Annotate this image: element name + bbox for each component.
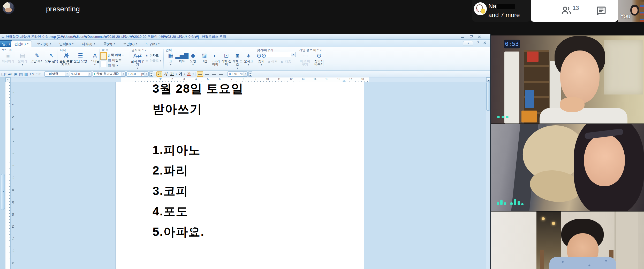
- quick-toolbar-button[interactable]: ▢ ▾: [1, 71, 7, 77]
- menu-tab[interactable]: 보안(R) ▾: [120, 40, 140, 47]
- cartoon-cheek: [476, 9, 478, 11]
- find-combobox[interactable]: ▾: [266, 52, 296, 57]
- chevron-down-icon[interactable]: ▾: [145, 72, 148, 76]
- ribbon-item[interactable]: ▤ 붙이기 ▾: [16, 52, 29, 66]
- line-spacing-combo[interactable]: ⇕ 160 % ▾: [228, 71, 248, 77]
- step-up-icon[interactable]: [149, 71, 153, 74]
- restore-button[interactable]: [468, 35, 474, 39]
- scrollbar-thumb[interactable]: [486, 82, 490, 111]
- participants-button[interactable]: 13: [561, 5, 579, 17]
- quick-toolbar-button[interactable]: ↶ ▾: [29, 71, 35, 77]
- align-left-button[interactable]: [204, 71, 210, 77]
- ribbon-small-item[interactable]: ∗ 한자로 ▾: [145, 53, 161, 58]
- font-color-button[interactable]: 가: [186, 71, 192, 77]
- document-page[interactable]: 3월 28일 토요일받아쓰기1.피아노2.파리3.코피4.포도5.아파요.: [116, 82, 364, 269]
- ribbon-small-item[interactable]: ▯ 쪽 여백 ▾: [108, 53, 124, 57]
- ribbon-small-item[interactable]: ∗ 한글로 ▾: [145, 59, 161, 63]
- participant-video-2[interactable]: [491, 124, 644, 211]
- help-button[interactable]: ?: [477, 41, 479, 45]
- quick-toolbar-button[interactable]: ↷ ▾: [35, 71, 41, 77]
- paragraph-style-combo[interactable]: ☰ 바탕글 ▾: [44, 71, 69, 77]
- char-style-combo[interactable]: ⇅ 대표 ▾: [70, 71, 92, 77]
- ribbon-item[interactable]: A 스타일 ▾: [88, 52, 102, 66]
- dropdown-caret: ▾: [123, 54, 124, 56]
- self-view-video[interactable]: You: [618, 0, 644, 22]
- step-up-icon[interactable]: [248, 71, 252, 74]
- menu-tab[interactable]: 서식(J) ▾: [79, 40, 98, 47]
- chevron-down-icon[interactable]: ▾: [88, 72, 92, 76]
- vertical-ruler[interactable]: 34567891011121314151617: [5, 82, 11, 269]
- ribbon-item[interactable]: ∗ 문자표 ▾: [243, 52, 254, 66]
- dropdown-caret[interactable]: ▾: [193, 73, 194, 75]
- ribbon-item[interactable]: ☰ 문단 모양 ▾: [74, 52, 87, 63]
- dropdown-caret[interactable]: ▾: [176, 73, 177, 75]
- align-justify-button[interactable]: [197, 71, 203, 77]
- ribbon-item[interactable]: ◙ 개체 보호 ▾: [232, 52, 243, 69]
- pinned-participant-tile[interactable]: Na and 7 more: [472, 0, 531, 22]
- window-title-bar[interactable]: 솜 한국학교 사랑반 온라인 수업.hwp [C:₩Users₩Jieun₩Do…: [0, 34, 490, 40]
- bold-button[interactable]: 가: [156, 71, 162, 77]
- ribbon-small-item[interactable]: ▦ 바탕쪽 ▾: [108, 58, 124, 62]
- dropdown-caret: ▾: [160, 60, 161, 62]
- menu-tab[interactable]: 쪽(W) ▾: [100, 40, 118, 47]
- quick-toolbar-button[interactable]: ▤ ▾: [19, 71, 23, 77]
- wall-clock-display: 0:53: [504, 40, 520, 48]
- ribbon-item[interactable]: A⇄ 글자 바꾸기 ▾: [131, 52, 144, 69]
- strikethrough-button[interactable]: 가: [178, 71, 183, 77]
- ribbon-item[interactable]: ▭ 바로 바꾸기 ▾: [299, 52, 312, 66]
- quick-toolbar-button[interactable]: ▣ ▾: [13, 71, 18, 77]
- step-down-icon[interactable]: [149, 74, 153, 77]
- font-size-stepper[interactable]: [149, 71, 153, 77]
- find-nav-button[interactable]: ◀ 이전: [267, 60, 277, 64]
- horizontal-ruler[interactable]: 123456789101112131415161718: [5, 77, 490, 82]
- ruler-number: 4: [2, 102, 14, 107]
- ribbon-small-item[interactable]: ▥ 단 ▾: [108, 63, 124, 68]
- ribbon-item[interactable]: ✎ 모양 복사 ▾: [30, 52, 44, 63]
- ribbon-item[interactable]: ▣ 복사하기 ▾: [1, 52, 15, 63]
- ribbon-item[interactable]: ▨ 그림 ▾: [199, 52, 210, 63]
- ribbon-item[interactable]: ⊙⊙ 찾기 ▾: [256, 52, 266, 66]
- participant-video-1[interactable]: 0:53: [491, 35, 644, 123]
- quick-toolbar-button[interactable]: ▰ ▾: [7, 71, 13, 77]
- chevron-down-icon[interactable]: ▾: [65, 72, 69, 76]
- ribbon-item[interactable]: ⊡ 개체 선택 ▾: [221, 52, 232, 66]
- font-size-combo[interactable]: ↕ 29.0 pt ▾: [126, 71, 149, 77]
- chevron-down-icon[interactable]: ▾: [122, 72, 125, 76]
- scroll-up-button[interactable]: [486, 77, 490, 82]
- participant-video-3[interactable]: [491, 212, 644, 269]
- menu-tab[interactable]: 도구(K) ▾: [142, 40, 163, 47]
- ribbon-item[interactable]: 가 글자 모양 ▾: [59, 52, 73, 63]
- page-layout-icon[interactable]: [101, 53, 106, 60]
- ribbon-item[interactable]: ▂▅▇ 차트 ▾: [176, 52, 187, 63]
- minimize-button[interactable]: [459, 35, 466, 39]
- document-close-button[interactable]: [483, 41, 487, 44]
- underline-button[interactable]: 가: [169, 71, 175, 77]
- align-right-button[interactable]: [218, 71, 224, 77]
- find-nav-button[interactable]: ▶ 다음: [281, 60, 291, 64]
- menu-tab[interactable]: 보기(U) ▾: [34, 40, 54, 47]
- chat-button[interactable]: [595, 5, 608, 17]
- menu-tab[interactable]: 편집(E) ▾: [11, 40, 32, 47]
- quick-toolbar-button[interactable]: ▥ ▾: [24, 71, 28, 77]
- ribbon-item[interactable]: ◆ 도형 ▾: [187, 52, 199, 66]
- dropdown-caret[interactable]: ▾: [184, 73, 185, 75]
- step-down-icon[interactable]: [248, 74, 252, 77]
- ribbon-item[interactable]: ▦ 표 ▾: [165, 52, 176, 66]
- font-family-combo[interactable]: T 한컴 윤고딕 250 ▾: [93, 71, 126, 77]
- italic-button[interactable]: 가: [163, 71, 169, 77]
- ribbon-collapse-button[interactable]: ∧: [463, 41, 473, 46]
- chevron-down-icon[interactable]: ▾: [244, 72, 247, 76]
- ribbon-item[interactable]: ↖ 모두 선택 ▾: [45, 52, 58, 63]
- ribbon-item[interactable]: ⊙ 찾아서 바꾸기 ▾: [313, 52, 325, 66]
- ruler-number: 10: [261, 78, 273, 81]
- vertical-scrollbar[interactable]: [486, 77, 490, 269]
- margin-marker-right[interactable]: [343, 78, 346, 82]
- align-center-button[interactable]: [211, 71, 217, 77]
- chevron-down-icon[interactable]: ▾: [291, 52, 295, 56]
- page-layout-icon[interactable]: [101, 61, 106, 67]
- close-button[interactable]: [476, 35, 483, 39]
- line-spacing-stepper[interactable]: [248, 71, 252, 77]
- tab-type-selector[interactable]: [5, 77, 11, 82]
- ribbon-item[interactable]: ◐ 그리기마당 ▾: [210, 52, 221, 66]
- menu-tab[interactable]: 입력(D) ▾: [56, 40, 77, 47]
